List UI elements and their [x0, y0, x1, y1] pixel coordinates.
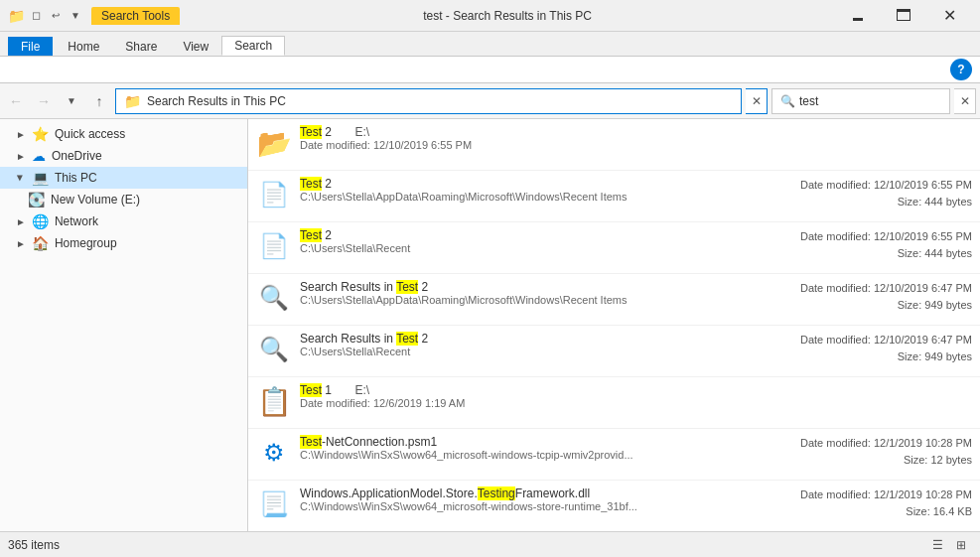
- expand-icon-this-pc: ►: [15, 173, 26, 183]
- new-volume-icon: 💽: [28, 192, 45, 208]
- ribbon-tabs: File Home Share View Search: [0, 32, 980, 56]
- result-item-2[interactable]: 📄 Test 2 C:\Users\Stella\AppData\Roaming…: [248, 171, 980, 222]
- result-meta-2: Date modified: 12/10/2019 6:55 PM Size: …: [754, 177, 972, 209]
- result-item-6[interactable]: 📋 Test 1 E:\ Date modified: 12/6/2019 1:…: [248, 377, 980, 429]
- quick-access-toolbar-icon: ◻: [28, 8, 44, 24]
- ribbon-tab-search-tools[interactable]: Search Tools: [91, 7, 180, 25]
- result-icon-7: ⚙: [256, 435, 292, 471]
- result-item-4[interactable]: 🔍 Search Results in Test 2 C:\Users\Stel…: [248, 274, 980, 326]
- result-item-1[interactable]: 📂 Test 2 E:\ Date modified: 12/10/2019 6…: [248, 119, 980, 171]
- tab-file[interactable]: File: [8, 37, 53, 56]
- details-view-button[interactable]: ☰: [926, 535, 948, 555]
- sidebar-label-quick-access: Quick access: [55, 127, 125, 141]
- result-path-4: C:\Users\Stella\AppData\Roaming\Microsof…: [300, 294, 754, 306]
- expand-icon: ►: [16, 129, 26, 140]
- result-icon-1: 📂: [256, 125, 292, 161]
- help-button[interactable]: ?: [950, 59, 972, 80]
- tab-view[interactable]: View: [170, 37, 221, 56]
- address-path[interactable]: 📁 Search Results in This PC: [115, 88, 742, 114]
- back-button[interactable]: ←: [4, 89, 28, 113]
- address-bar: ← → ▼ ↑ 📁 Search Results in This PC ✕ 🔍 …: [0, 83, 980, 119]
- onedrive-icon: ☁: [32, 148, 46, 164]
- address-clear-button[interactable]: ✕: [746, 88, 768, 114]
- folder-icon: 📁: [124, 93, 141, 109]
- close-button[interactable]: ✕: [926, 0, 972, 32]
- result-item-3[interactable]: 📄 Test 2 C:\Users\Stella\Recent Date mod…: [248, 222, 980, 274]
- result-name-5: Search Results in Test 2: [300, 332, 754, 346]
- undo-icon[interactable]: ↩: [48, 8, 64, 24]
- title-bar-icons: 📁 ◻ ↩ ▼: [8, 8, 83, 24]
- result-item-7[interactable]: ⚙ Test-NetConnection.psm1 C:\Windows\Win…: [248, 429, 980, 481]
- sidebar-label-this-pc: This PC: [55, 171, 97, 185]
- result-name-2: Test 2: [300, 177, 754, 191]
- sidebar-label-onedrive: OneDrive: [52, 149, 102, 163]
- sidebar-item-network[interactable]: ► 🌐 Network: [0, 210, 247, 232]
- result-meta-7: Date modified: 12/1/2019 10:28 PM Size: …: [754, 435, 972, 468]
- result-path-2: C:\Users\Stella\AppData\Roaming\Microsof…: [300, 191, 754, 203]
- result-main-7: Test-NetConnection.psm1 C:\Windows\WinSx…: [300, 435, 754, 461]
- result-icon-5: 🔍: [256, 332, 292, 367]
- search-box[interactable]: 🔍: [771, 88, 950, 114]
- tab-home[interactable]: Home: [55, 37, 112, 56]
- result-path-3: C:\Users\Stella\Recent: [300, 242, 754, 254]
- result-meta-5: Date modified: 12/10/2019 6:47 PM Size: …: [754, 332, 972, 364]
- view-controls: ☰ ⊞: [926, 535, 972, 555]
- sidebar-item-new-volume[interactable]: 💽 New Volume (E:): [0, 189, 247, 210]
- pin-icon[interactable]: ▼: [68, 8, 83, 24]
- address-text: Search Results in This PC: [147, 94, 286, 108]
- result-icon-4: 🔍: [256, 280, 292, 316]
- maximize-button[interactable]: 🗖: [881, 0, 926, 32]
- result-name-6: Test 1 E:\: [300, 383, 972, 397]
- result-main-4: Search Results in Test 2 C:\Users\Stella…: [300, 280, 754, 306]
- sidebar-item-homegroup[interactable]: ► 🏠 Homegroup: [0, 232, 247, 254]
- result-name-3: Test 2: [300, 228, 754, 242]
- result-path-6: Date modified: 12/6/2019 1:19 AM: [300, 397, 972, 409]
- large-icons-view-button[interactable]: ⊞: [950, 535, 972, 555]
- sidebar-item-quick-access[interactable]: ► ⭐ Quick access: [0, 123, 247, 145]
- result-item-8[interactable]: 📃 Windows.ApplicationModel.Store.Testing…: [248, 481, 980, 531]
- sidebar-label-homegroup: Homegroup: [55, 236, 117, 250]
- result-main-3: Test 2 C:\Users\Stella\Recent: [300, 228, 754, 254]
- forward-button[interactable]: →: [32, 89, 56, 113]
- search-input[interactable]: [799, 94, 945, 108]
- tab-search[interactable]: Search: [221, 36, 285, 56]
- search-icon: 🔍: [780, 94, 795, 108]
- sidebar-label-new-volume: New Volume (E:): [51, 193, 140, 207]
- item-count: 365 items: [8, 538, 60, 552]
- search-clear-button[interactable]: ✕: [954, 88, 976, 114]
- title-bar: 📁 ◻ ↩ ▼ Search Tools test - Search Resul…: [0, 0, 980, 32]
- recent-locations-button[interactable]: ▼: [60, 89, 83, 113]
- highlight-span: Test: [300, 125, 322, 139]
- network-icon: 🌐: [32, 213, 49, 229]
- sidebar-item-onedrive[interactable]: ► ☁ OneDrive: [0, 145, 247, 167]
- sidebar: ► ⭐ Quick access ► ☁ OneDrive ► 💻 This P…: [0, 119, 248, 531]
- result-icon-3: 📄: [256, 228, 292, 264]
- result-path-1: Date modified: 12/10/2019 6:55 PM: [300, 139, 972, 151]
- search-results-list: 📂 Test 2 E:\ Date modified: 12/10/2019 6…: [248, 119, 980, 531]
- up-button[interactable]: ↑: [87, 89, 111, 113]
- result-path-5: C:\Users\Stella\Recent: [300, 346, 754, 357]
- result-icon-8: 📃: [256, 487, 292, 522]
- result-name-8: Windows.ApplicationModel.Store.TestingFr…: [300, 487, 754, 500]
- expand-icon-homegroup: ►: [16, 238, 26, 249]
- minimize-button[interactable]: 🗕: [835, 0, 881, 32]
- result-path-7: C:\Windows\WinSxS\wow64_microsoft-window…: [300, 449, 754, 461]
- result-main-5: Search Results in Test 2 C:\Users\Stella…: [300, 332, 754, 357]
- status-bar: 365 items ☰ ⊞: [0, 531, 980, 557]
- expand-icon-network: ►: [16, 216, 26, 227]
- result-main-8: Windows.ApplicationModel.Store.TestingFr…: [300, 487, 754, 512]
- sidebar-label-network: Network: [55, 214, 98, 228]
- tab-share[interactable]: Share: [112, 37, 170, 56]
- expand-icon-onedrive: ►: [16, 151, 26, 162]
- window-controls: 🗕 🗖 ✕: [835, 0, 972, 32]
- result-item-5[interactable]: 🔍 Search Results in Test 2 C:\Users\Stel…: [248, 326, 980, 377]
- result-icon-2: 📄: [256, 177, 292, 212]
- homegroup-icon: 🏠: [32, 235, 49, 251]
- result-name-4: Search Results in Test 2: [300, 280, 754, 294]
- this-pc-icon: 💻: [32, 170, 49, 186]
- result-meta-3: Date modified: 12/10/2019 6:55 PM Size: …: [754, 228, 972, 261]
- ribbon: File Home Share View Search ?: [0, 32, 980, 83]
- result-path-8: C:\Windows\WinSxS\wow64_microsoft-window…: [300, 500, 754, 512]
- sidebar-item-this-pc[interactable]: ► 💻 This PC: [0, 167, 247, 189]
- result-main-6: Test 1 E:\ Date modified: 12/6/2019 1:19…: [300, 383, 972, 409]
